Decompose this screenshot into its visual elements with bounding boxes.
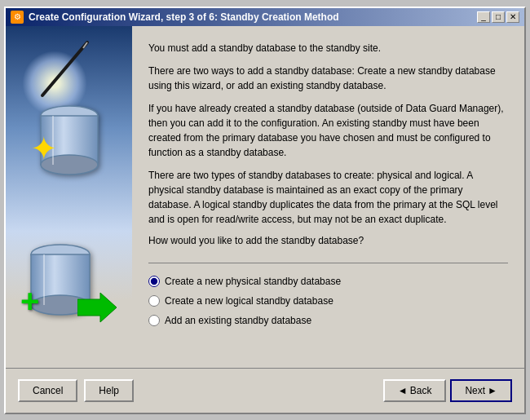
- star-icon: ✦: [30, 132, 71, 173]
- footer-left-buttons: Cancel Help: [18, 379, 134, 402]
- radio-group: Create a new physical standby database C…: [148, 276, 508, 326]
- title-bar-left: ⚙ Create Configuration Wizard, step 3 of…: [11, 11, 339, 24]
- para1-text: You must add a standby database to the s…: [148, 41, 508, 55]
- next-arrow-icon: ►: [488, 385, 497, 396]
- arrow-icon: [77, 291, 118, 324]
- radio-label-3: Add an existing standby database: [165, 315, 311, 326]
- footer: Cancel Help ◄ Back Next ►: [6, 368, 524, 413]
- radio-input-1[interactable]: [148, 276, 160, 287]
- main-window: ⚙ Create Configuration Wizard, step 3 of…: [4, 7, 526, 414]
- radio-option-2[interactable]: Create a new logical standby database: [148, 295, 508, 307]
- back-arrow-icon: ◄: [398, 385, 408, 396]
- para3-text: If you have already created a standby da…: [148, 101, 508, 160]
- radio-input-3[interactable]: [148, 315, 160, 326]
- radio-label-1: Create a new physical standby database: [165, 276, 341, 287]
- para4-text: There are two types of standby databases…: [148, 168, 508, 227]
- next-label: Next: [465, 385, 485, 396]
- next-button[interactable]: Next ►: [450, 379, 512, 402]
- radio-input-2[interactable]: [148, 295, 160, 307]
- wand-illustration: [30, 38, 104, 104]
- help-button[interactable]: Help: [84, 379, 134, 402]
- para2-text: There are two ways to add a standby data…: [148, 64, 508, 93]
- question-text: How would you like to add the standby da…: [148, 235, 508, 246]
- plus-icon: +: [20, 283, 39, 320]
- minimize-button[interactable]: _: [477, 11, 490, 23]
- right-panel: You must add a standby database to the s…: [132, 26, 524, 368]
- back-label: Back: [410, 385, 432, 396]
- cancel-button[interactable]: Cancel: [18, 379, 77, 402]
- svg-marker-10: [77, 293, 117, 322]
- footer-right-buttons: ◄ Back Next ►: [383, 379, 512, 402]
- title-bar: ⚙ Create Configuration Wizard, step 3 of…: [6, 8, 524, 26]
- radio-label-2: Create a new logical standby database: [165, 295, 333, 307]
- window-body: ✦ +: [6, 26, 524, 368]
- section-divider: [148, 263, 508, 263]
- window-title: Create Configuration Wizard, step 3 of 6…: [29, 11, 339, 23]
- radio-option-3[interactable]: Add an existing standby database: [148, 315, 508, 326]
- close-button[interactable]: ✕: [506, 11, 519, 23]
- title-controls: _ □ ✕: [477, 11, 519, 23]
- back-button[interactable]: ◄ Back: [383, 379, 447, 402]
- window-icon: ⚙: [11, 11, 24, 24]
- svg-line-0: [42, 42, 87, 95]
- radio-option-1[interactable]: Create a new physical standby database: [148, 276, 508, 287]
- left-panel: ✦ +: [6, 26, 132, 368]
- maximize-button[interactable]: □: [492, 11, 505, 23]
